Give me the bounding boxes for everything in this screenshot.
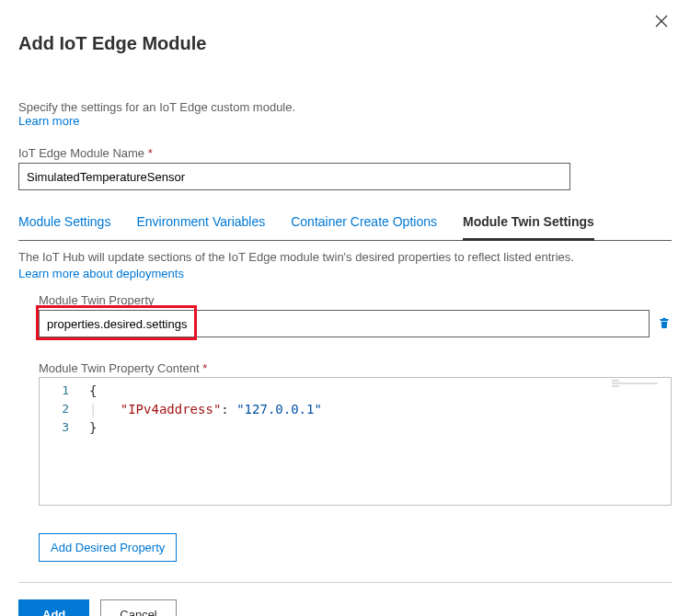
learn-more-link[interactable]: Learn more [18,114,79,128]
tab-module-twin-settings[interactable]: Module Twin Settings [463,209,594,241]
twin-description: The IoT Hub will update sections of the … [18,250,672,264]
twin-content-label: Module Twin Property Content * [39,361,672,375]
delete-icon[interactable] [657,315,672,333]
twin-property-input[interactable] [39,310,650,337]
module-name-input[interactable] [18,163,570,190]
twin-property-label: Module Twin Property [39,293,672,307]
code-editor[interactable]: 1 2 3 { | "IPv4address": "127.0.0.1" } [39,377,672,506]
deployments-link[interactable]: Learn more about deployments [18,267,184,280]
add-button[interactable]: Add [18,599,89,616]
editor-minimap [612,380,667,389]
editor-gutter: 1 2 3 [40,382,76,437]
tabs: Module Settings Environment Variables Co… [18,209,672,241]
cancel-button[interactable]: Cancel [100,599,176,616]
intro-text: Specify the settings for an IoT Edge cus… [18,100,672,114]
footer-divider [18,582,672,583]
tab-container-create-options[interactable]: Container Create Options [291,209,437,240]
module-name-label: IoT Edge Module Name * [18,146,672,160]
tab-module-settings[interactable]: Module Settings [18,209,110,240]
add-desired-property-button[interactable]: Add Desired Property [39,533,177,562]
tab-environment-variables[interactable]: Environment Variables [136,209,265,240]
page-title: Add IoT Edge Module [18,33,206,54]
editor-code: { | "IPv4address": "127.0.0.1" } [89,382,322,437]
close-icon[interactable] [651,13,672,33]
